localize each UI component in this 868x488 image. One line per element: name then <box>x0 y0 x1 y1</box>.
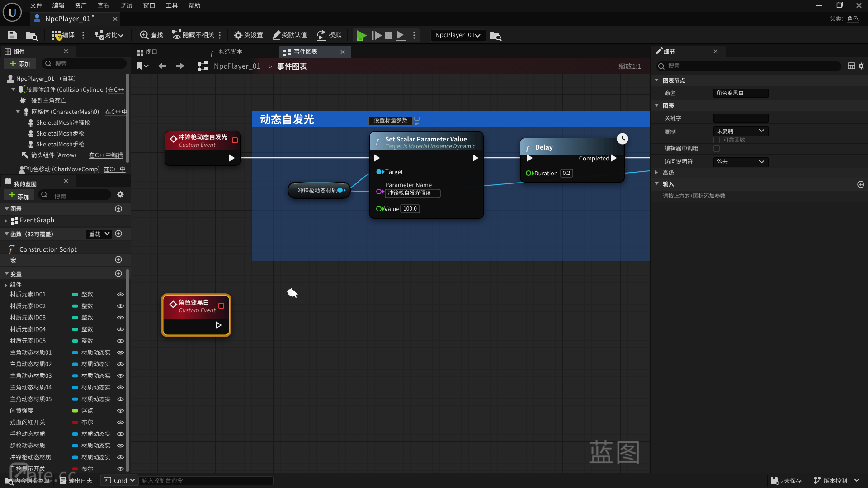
svg-text:f: f <box>211 50 213 57</box>
